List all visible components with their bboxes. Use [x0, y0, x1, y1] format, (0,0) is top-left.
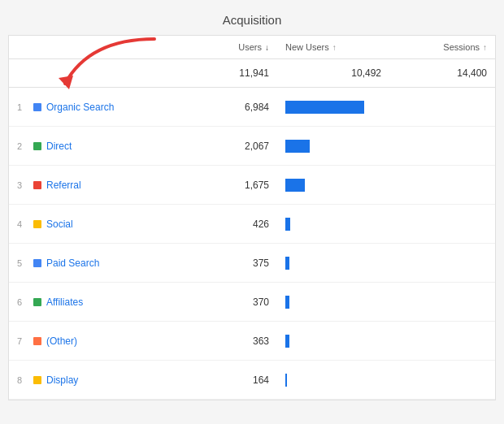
row-users: 363 — [172, 329, 277, 353]
bar-container — [285, 335, 381, 348]
total-sessions: 14,400 — [389, 59, 495, 87]
rows-container: 1 Organic Search 6,984 2 Direct 2,067 3 — [9, 88, 495, 400]
bar-container — [285, 140, 381, 153]
row-newusers-bar-cell — [277, 289, 389, 315]
channel-color-dot — [33, 181, 41, 189]
section-title: Acquisition — [0, 13, 504, 27]
newusers-bar — [285, 257, 289, 270]
header-users-col[interactable]: Users ↓ — [172, 36, 277, 58]
row-newusers-bar-cell — [277, 367, 389, 393]
row-newusers-bar-cell — [277, 211, 389, 237]
row-number: 5 — [17, 258, 28, 268]
row-number: 3 — [17, 180, 28, 190]
row-newusers-bar-cell — [277, 133, 389, 159]
row-sessions — [389, 218, 495, 231]
row-name-cell: 1 Organic Search — [9, 95, 172, 119]
row-name-cell: 5 Paid Search — [9, 251, 172, 275]
row-number: 1 — [17, 102, 28, 112]
table-row: 8 Display 164 — [9, 361, 495, 400]
header-newusers-col[interactable]: New Users ↑ — [277, 36, 389, 58]
row-users: 375 — [172, 251, 277, 275]
header-name-col — [9, 36, 172, 58]
newusers-bar — [285, 140, 310, 153]
row-number: 2 — [17, 141, 28, 151]
row-name-cell: 3 Referral — [9, 173, 172, 197]
data-table: Users ↓ New Users ↑ Sessions ↑ 11,941 10… — [8, 35, 496, 400]
channel-link[interactable]: Direct — [46, 141, 72, 152]
channel-link[interactable]: Social — [46, 218, 73, 230]
sessions-label: Sessions — [443, 42, 480, 52]
row-name-cell: 6 Affiliates — [9, 290, 172, 314]
row-sessions — [389, 374, 495, 387]
channel-link[interactable]: Affiliates — [46, 296, 83, 308]
row-newusers-bar-cell — [277, 250, 389, 276]
row-name-cell: 8 Display — [9, 368, 172, 392]
channel-link[interactable]: Paid Search — [46, 257, 99, 269]
row-users: 370 — [172, 290, 277, 314]
channel-link[interactable]: (Other) — [46, 335, 77, 347]
newusers-bar — [285, 296, 289, 309]
header-sessions-col[interactable]: Sessions ↑ — [389, 36, 495, 58]
bar-container — [285, 218, 381, 231]
sort-arrow-down-icon[interactable]: ↓ — [265, 43, 269, 52]
row-number: 4 — [17, 219, 28, 229]
newusers-bar — [285, 218, 290, 231]
total-name — [9, 59, 172, 87]
channel-link[interactable]: Display — [46, 374, 78, 386]
row-number: 7 — [17, 336, 28, 346]
row-sessions — [389, 179, 495, 192]
table-row: 2 Direct 2,067 — [9, 127, 495, 166]
row-newusers-bar-cell — [277, 328, 389, 354]
newusers-bar — [285, 374, 287, 387]
total-row: 11,941 10,492 14,400 — [9, 59, 495, 88]
row-users: 6,984 — [172, 95, 277, 119]
newusers-bar — [285, 101, 364, 114]
channel-link[interactable]: Referral — [46, 180, 81, 191]
newusers-label: New Users — [285, 42, 329, 52]
row-users: 1,675 — [172, 173, 277, 197]
row-newusers-bar-cell — [277, 172, 389, 198]
row-sessions — [389, 101, 495, 114]
row-sessions — [389, 335, 495, 348]
channel-color-dot — [33, 220, 41, 228]
channel-color-dot — [33, 298, 41, 306]
row-sessions — [389, 296, 495, 309]
users-label: Users — [238, 42, 262, 52]
newusers-bar — [285, 179, 305, 192]
sort-arrow-sessions-icon[interactable]: ↑ — [483, 43, 487, 52]
bar-container — [285, 101, 381, 114]
channel-color-dot — [33, 103, 41, 111]
table-row: 3 Referral 1,675 — [9, 166, 495, 205]
row-newusers-bar-cell — [277, 94, 389, 120]
row-number: 8 — [17, 375, 28, 385]
total-newusers: 10,492 — [277, 59, 389, 87]
total-users: 11,941 — [172, 59, 277, 87]
bar-container — [285, 296, 381, 309]
table-row: 6 Affiliates 370 — [9, 283, 495, 322]
row-number: 6 — [17, 297, 28, 307]
row-name-cell: 2 Direct — [9, 134, 172, 158]
sort-arrow-icon[interactable]: ↑ — [332, 43, 337, 52]
table-row: 7 (Other) 363 — [9, 322, 495, 361]
bar-container — [285, 374, 381, 387]
row-users: 2,067 — [172, 134, 277, 158]
table-header: Users ↓ New Users ↑ Sessions ↑ — [9, 36, 495, 59]
row-sessions — [389, 257, 495, 270]
channel-color-dot — [33, 376, 41, 384]
bar-container — [285, 179, 381, 192]
channel-color-dot — [33, 259, 41, 267]
row-users: 164 — [172, 368, 277, 392]
table-row: 5 Paid Search 375 — [9, 244, 495, 283]
channel-color-dot — [33, 337, 41, 345]
acquisition-section: Acquisition Users ↓ New Users ↑ Sessions… — [0, 0, 504, 400]
bar-container — [285, 257, 381, 270]
table-row: 1 Organic Search 6,984 — [9, 88, 495, 127]
page-container: Acquisition Users ↓ New Users ↑ Sessions… — [0, 0, 504, 400]
row-sessions — [389, 140, 495, 153]
channel-color-dot — [33, 142, 41, 150]
row-name-cell: 7 (Other) — [9, 329, 172, 353]
channel-link[interactable]: Organic Search — [46, 102, 114, 113]
row-name-cell: 4 Social — [9, 212, 172, 236]
table-row: 4 Social 426 — [9, 205, 495, 244]
row-users: 426 — [172, 212, 277, 236]
